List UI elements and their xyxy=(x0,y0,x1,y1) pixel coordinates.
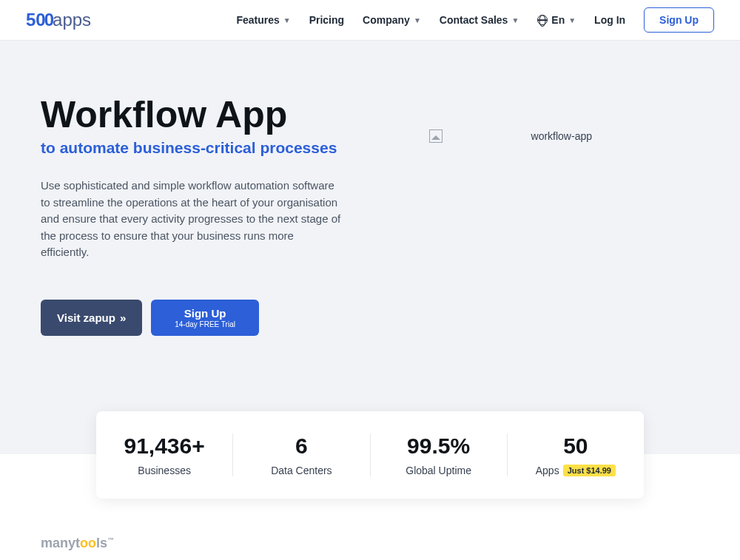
manytools-logo: manytools™ xyxy=(41,536,699,551)
hero-description: Use sophisticated and simple workflow au… xyxy=(41,178,344,261)
logo-text-ls: ls xyxy=(96,536,107,550)
signup-button[interactable]: Sign Up xyxy=(644,7,714,33)
globe-icon xyxy=(537,15,548,25)
nav-contact-sales[interactable]: Contact Sales ▼ xyxy=(440,14,519,26)
nav-pricing-label: Pricing xyxy=(309,14,344,26)
hero-signup-button[interactable]: Sign Up 14-day FREE Trial xyxy=(151,300,259,336)
nav-language[interactable]: En ▼ xyxy=(537,14,576,26)
stat-label-apps: Apps Just $14.99 xyxy=(508,465,644,476)
stat-label: Businesses xyxy=(96,465,232,476)
stats-card: 91,436+ Businesses 6 Data Centers 99.5% … xyxy=(96,411,644,499)
chevron-right-icon: » xyxy=(120,311,126,324)
chevron-down-icon: ▼ xyxy=(568,16,576,24)
logo-500apps[interactable]: 500apps xyxy=(26,10,91,30)
hero-title: Workflow App xyxy=(41,96,366,133)
signup-sub-label: 14-day FREE Trial xyxy=(175,320,235,328)
stat-apps-text: Apps xyxy=(536,465,559,476)
nav-company-label: Company xyxy=(363,14,410,26)
stat-label: Global Uptime xyxy=(371,465,507,476)
visit-zapup-label: Visit zapup xyxy=(57,311,115,324)
logo-apps: apps xyxy=(53,10,91,30)
chevron-down-icon: ▼ xyxy=(414,16,421,24)
broken-image-icon xyxy=(429,129,443,143)
nav-login-label: Log In xyxy=(594,14,625,26)
hero-image-placeholder: workflow-app xyxy=(429,129,592,143)
chevron-down-icon: ▼ xyxy=(283,16,291,24)
hero-subtitle: to automate business-critical processes xyxy=(41,139,366,157)
hero-buttons: Visit zapup » Sign Up 14-day FREE Trial xyxy=(41,300,366,336)
nav-company[interactable]: Company ▼ xyxy=(363,14,421,26)
hero-image-alt: workflow-app xyxy=(531,130,592,142)
price-badge: Just $14.99 xyxy=(563,465,616,476)
nav-contact-label: Contact Sales xyxy=(440,14,508,26)
logo-tm: ™ xyxy=(107,536,114,544)
hero-section: Workflow App to automate business-critic… xyxy=(0,41,740,454)
site-header: 500apps Features ▼ Pricing Company ▼ Con… xyxy=(0,0,740,41)
logo-five: 5 xyxy=(26,10,36,30)
nav-features-label: Features xyxy=(236,14,279,26)
stat-value: 50 xyxy=(508,434,644,459)
stat-value: 6 xyxy=(233,434,369,459)
stat-apps: 50 Apps Just $14.99 xyxy=(508,434,644,476)
logo-zeros: 00 xyxy=(36,10,53,30)
visit-zapup-button[interactable]: Visit zapup » xyxy=(41,300,142,336)
nav-pricing[interactable]: Pricing xyxy=(309,14,344,26)
logo-text-oo: oo xyxy=(80,536,96,550)
main-nav: Features ▼ Pricing Company ▼ Contact Sal… xyxy=(236,7,714,33)
stat-datacenters: 6 Data Centers xyxy=(233,434,370,476)
nav-features[interactable]: Features ▼ xyxy=(236,14,290,26)
chevron-down-icon: ▼ xyxy=(511,16,519,24)
hero-content: Workflow App to automate business-critic… xyxy=(41,96,366,336)
signup-main-label: Sign Up xyxy=(175,307,235,320)
stat-businesses: 91,436+ Businesses xyxy=(96,434,233,476)
nav-login[interactable]: Log In xyxy=(594,14,625,26)
stat-value: 99.5% xyxy=(371,434,507,459)
logo-text-many: manyt xyxy=(41,536,80,550)
stat-value: 91,436+ xyxy=(96,434,232,459)
nav-lang-label: En xyxy=(551,14,565,26)
stat-uptime: 99.5% Global Uptime xyxy=(371,434,508,476)
stat-label: Data Centers xyxy=(233,465,369,476)
